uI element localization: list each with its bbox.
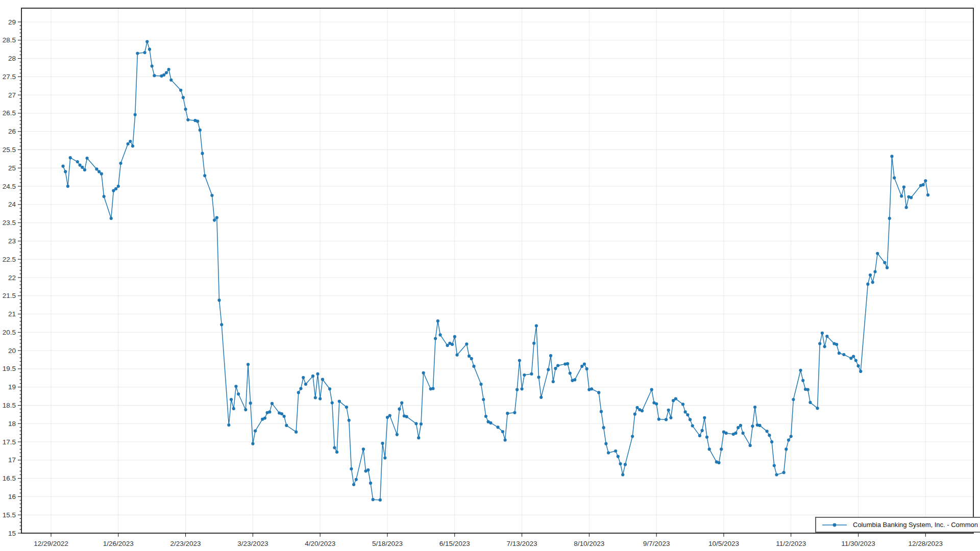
data-point[interactable] bbox=[316, 372, 319, 375]
data-point[interactable] bbox=[816, 407, 819, 410]
data-point[interactable] bbox=[244, 408, 247, 411]
data-point[interactable] bbox=[773, 464, 776, 467]
data-point[interactable] bbox=[328, 387, 331, 390]
data-point[interactable] bbox=[513, 411, 516, 414]
data-point[interactable] bbox=[134, 113, 137, 116]
data-point[interactable] bbox=[352, 483, 355, 486]
data-point[interactable] bbox=[751, 424, 754, 428]
data-point[interactable] bbox=[318, 397, 322, 400]
data-point[interactable] bbox=[97, 170, 101, 173]
data-point[interactable] bbox=[496, 425, 499, 429]
data-point[interactable] bbox=[69, 156, 72, 159]
data-point[interactable] bbox=[436, 319, 439, 322]
data-point[interactable] bbox=[484, 415, 487, 418]
data-point[interactable] bbox=[348, 419, 351, 422]
data-point[interactable] bbox=[76, 160, 79, 163]
data-point[interactable] bbox=[600, 410, 603, 413]
data-point[interactable] bbox=[381, 442, 384, 445]
data-point[interactable] bbox=[655, 403, 658, 406]
data-point[interactable] bbox=[758, 424, 761, 427]
data-point[interactable] bbox=[66, 185, 69, 188]
data-point[interactable] bbox=[775, 473, 778, 476]
data-point[interactable] bbox=[184, 108, 187, 111]
data-point[interactable] bbox=[665, 418, 668, 421]
data-point[interactable] bbox=[438, 333, 442, 336]
data-point[interactable] bbox=[893, 177, 896, 180]
data-point[interactable] bbox=[398, 408, 401, 411]
data-point[interactable] bbox=[129, 140, 132, 143]
data-point[interactable] bbox=[619, 462, 622, 465]
data-point[interactable] bbox=[283, 415, 286, 418]
data-point[interactable] bbox=[808, 401, 812, 404]
data-point[interactable] bbox=[838, 352, 841, 355]
data-point[interactable] bbox=[888, 217, 891, 220]
data-point[interactable] bbox=[734, 432, 737, 435]
data-point[interactable] bbox=[227, 423, 230, 427]
data-point[interactable] bbox=[350, 467, 353, 470]
data-point[interactable] bbox=[299, 387, 302, 390]
data-point[interactable] bbox=[799, 369, 802, 372]
data-point[interactable] bbox=[583, 363, 586, 366]
data-point[interactable] bbox=[251, 442, 254, 445]
data-point[interactable] bbox=[650, 388, 653, 391]
data-point[interactable] bbox=[199, 129, 202, 132]
data-point[interactable] bbox=[621, 473, 624, 476]
data-point[interactable] bbox=[667, 409, 670, 412]
data-point[interactable] bbox=[127, 142, 130, 145]
data-point[interactable] bbox=[766, 430, 769, 433]
data-point[interactable] bbox=[641, 409, 644, 412]
data-point[interactable] bbox=[333, 446, 336, 449]
data-point[interactable] bbox=[657, 418, 660, 421]
data-point[interactable] bbox=[453, 335, 456, 338]
data-point[interactable] bbox=[886, 266, 889, 269]
data-point[interactable] bbox=[362, 447, 365, 450]
data-point[interactable] bbox=[95, 167, 98, 170]
data-point[interactable] bbox=[196, 120, 199, 123]
data-point[interactable] bbox=[669, 416, 672, 419]
data-point[interactable] bbox=[372, 498, 375, 501]
data-point[interactable] bbox=[590, 387, 593, 390]
data-point[interactable] bbox=[537, 375, 540, 379]
data-point[interactable] bbox=[232, 407, 235, 410]
data-point[interactable] bbox=[455, 354, 458, 357]
data-point[interactable] bbox=[900, 194, 903, 197]
data-point[interactable] bbox=[835, 343, 838, 346]
data-point[interactable] bbox=[186, 118, 189, 121]
data-point[interactable] bbox=[81, 166, 84, 169]
data-point[interactable] bbox=[552, 380, 555, 383]
data-point[interactable] bbox=[602, 426, 605, 429]
data-point[interactable] bbox=[504, 438, 507, 441]
data-point[interactable] bbox=[83, 168, 86, 171]
data-point[interactable] bbox=[472, 365, 475, 368]
data-point[interactable] bbox=[203, 174, 206, 177]
data-point[interactable] bbox=[856, 364, 860, 367]
data-point[interactable] bbox=[335, 450, 338, 454]
data-point[interactable] bbox=[873, 270, 876, 273]
data-point[interactable] bbox=[624, 463, 627, 466]
data-point[interactable] bbox=[247, 363, 250, 366]
data-point[interactable] bbox=[854, 359, 857, 362]
data-point[interactable] bbox=[136, 52, 139, 55]
data-point[interactable] bbox=[876, 252, 879, 255]
data-point[interactable] bbox=[753, 406, 756, 409]
data-point[interactable] bbox=[720, 447, 723, 450]
data-point[interactable] bbox=[825, 335, 828, 338]
data-point[interactable] bbox=[635, 406, 639, 409]
data-point[interactable] bbox=[355, 478, 358, 481]
data-point[interactable] bbox=[417, 436, 420, 439]
data-point[interactable] bbox=[859, 370, 862, 373]
data-point[interactable] bbox=[167, 68, 170, 71]
data-point[interactable] bbox=[554, 367, 557, 370]
data-point[interactable] bbox=[338, 400, 341, 403]
data-point[interactable] bbox=[922, 183, 925, 186]
data-point[interactable] bbox=[842, 353, 845, 356]
data-point[interactable] bbox=[801, 379, 804, 382]
data-point[interactable] bbox=[717, 461, 720, 464]
data-point[interactable] bbox=[742, 432, 745, 435]
data-point[interactable] bbox=[110, 217, 113, 220]
data-point[interactable] bbox=[540, 396, 543, 399]
data-point[interactable] bbox=[482, 398, 485, 401]
data-point[interactable] bbox=[64, 170, 67, 173]
data-point[interactable] bbox=[61, 165, 64, 168]
data-point[interactable] bbox=[681, 403, 684, 406]
